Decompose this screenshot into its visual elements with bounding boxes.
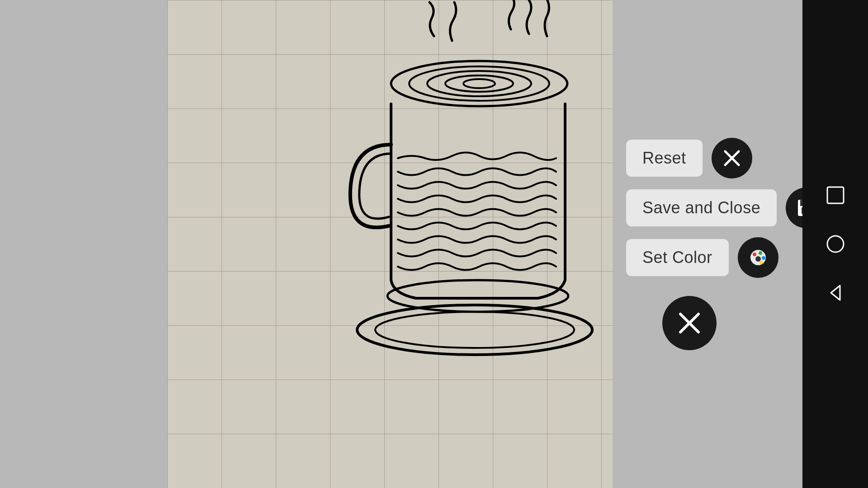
system-panel	[802, 0, 868, 488]
svg-point-17	[762, 256, 765, 260]
main-canvas-area[interactable]	[167, 0, 613, 488]
palette-icon	[748, 247, 769, 268]
svg-rect-22	[827, 187, 844, 203]
svg-point-4	[463, 79, 495, 88]
controls-area: Reset Save and Close	[613, 0, 802, 488]
square-nav-button[interactable]	[825, 184, 846, 206]
svg-point-15	[753, 253, 756, 256]
square-icon	[825, 184, 846, 206]
x-icon	[722, 148, 742, 169]
cancel-icon-button[interactable]	[712, 138, 752, 178]
svg-marker-24	[831, 286, 840, 300]
save-close-row: Save and Close	[626, 188, 802, 228]
circle-icon	[825, 233, 846, 255]
left-panel	[0, 0, 167, 488]
right-panel: Reset Save and Close	[613, 0, 868, 488]
svg-point-18	[760, 261, 763, 264]
svg-point-7	[375, 312, 574, 348]
svg-point-19	[755, 256, 761, 262]
set-color-row: Set Color	[626, 237, 802, 278]
svg-point-5	[387, 280, 568, 312]
svg-point-0	[391, 61, 567, 106]
back-icon	[825, 282, 846, 304]
save-close-button[interactable]: Save and Close	[626, 189, 777, 226]
palette-icon-button[interactable]	[738, 237, 778, 278]
svg-point-23	[827, 236, 844, 252]
cup-drawing	[167, 0, 613, 488]
large-close-button[interactable]	[662, 296, 717, 350]
reset-button[interactable]: Reset	[626, 140, 703, 177]
large-close-container	[626, 287, 802, 350]
circle-nav-button[interactable]	[825, 233, 846, 255]
large-x-icon	[676, 310, 703, 337]
svg-point-3	[445, 75, 513, 92]
svg-point-16	[759, 251, 762, 255]
back-nav-button[interactable]	[825, 282, 846, 304]
reset-row: Reset	[626, 138, 802, 178]
set-color-button[interactable]: Set Color	[626, 239, 729, 276]
photo-background	[167, 0, 613, 488]
